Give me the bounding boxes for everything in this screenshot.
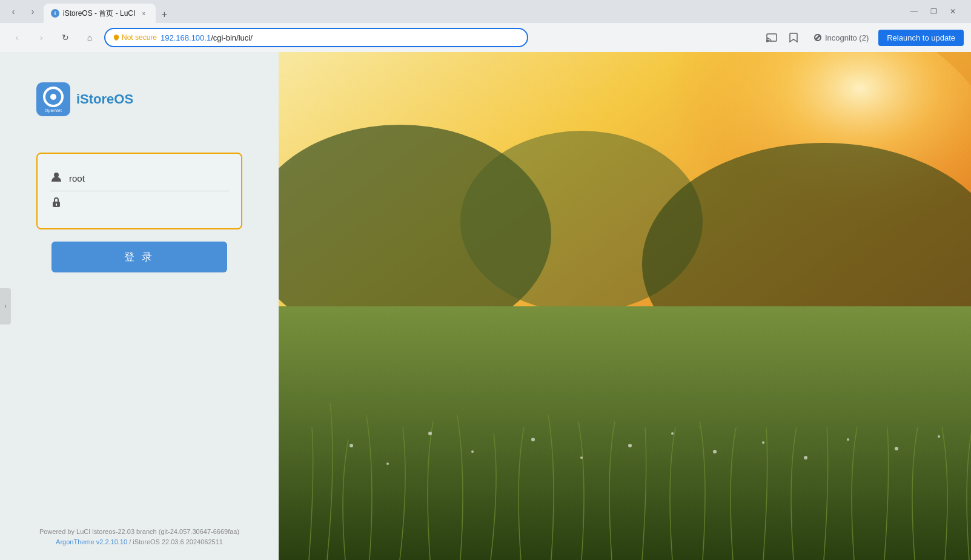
url-display: 192.168.100.1/cgi-bin/luci/ [161,33,520,42]
incognito-btn[interactable]: Incognito (2) [806,30,876,45]
username-field-row [50,166,229,191]
background-grass-svg [279,52,971,560]
svg-point-18 [628,444,632,447]
logo-circle-outer [43,87,64,107]
tab-close-btn[interactable]: × [139,8,148,18]
browser-window: ‹ › i iStoreOS - 首页 - LuCI × + — ❐ ✕ ‹ ›… [0,0,971,560]
background-photo [279,52,971,560]
logo-circle-inner [50,94,56,100]
address-bar: ‹ › ↻ ⌂ Not secure 192.168.100.1/cgi-bin… [0,23,971,52]
bookmark-btn[interactable] [784,28,803,47]
home-btn[interactable]: ⌂ [80,28,99,47]
active-tab[interactable]: i iStoreOS - 首页 - LuCI × [44,4,156,23]
security-label: Not secure [122,33,157,42]
svg-point-19 [671,432,674,435]
url-path: /cgi-bin/luci/ [211,33,253,42]
window-controls: — ❐ ✕ [906,3,966,20]
omnibox[interactable]: Not secure 192.168.100.1/cgi-bin/luci/ [104,28,528,47]
logo-area: OpenWrt iStoreOS [36,82,133,116]
incognito-label: Incognito (2) [825,33,869,42]
svg-point-12 [350,444,353,447]
footer-version: / iStoreOS 22.03.6 2024062511 [127,538,223,545]
sidebar-toggle[interactable]: ‹ [0,288,11,324]
username-input[interactable] [69,171,229,186]
svg-point-20 [713,450,717,453]
restore-btn[interactable]: ❐ [925,3,942,20]
footer-text: Powered by LuCI istoreos-22.03 branch (g… [0,527,279,548]
svg-rect-4 [56,203,57,206]
tab-favicon: i [51,9,59,18]
svg-point-23 [847,438,849,441]
svg-point-22 [804,456,807,460]
svg-point-17 [580,456,583,459]
password-field-row [50,191,229,216]
back-btn[interactable]: ‹ [7,28,27,47]
relaunch-btn[interactable]: Relaunch to update [878,30,964,46]
svg-point-13 [386,463,389,465]
footer-powered: Powered by LuCI istoreos-22.03 branch (g… [39,528,239,535]
tab-forward-btn[interactable]: › [24,3,41,20]
tab-group: i iStoreOS - 首页 - LuCI × + [44,0,903,23]
lock-icon [50,196,63,211]
url-host: 192.168.100.1 [161,33,211,42]
svg-point-25 [938,435,940,438]
tab-bar: ‹ › i iStoreOS - 首页 - LuCI × + — ❐ ✕ [0,0,971,23]
new-tab-btn[interactable]: + [156,6,173,23]
password-input[interactable] [69,196,229,211]
svg-point-2 [54,173,59,177]
logo-text: iStoreOS [76,91,133,107]
user-icon [50,171,63,186]
svg-point-21 [762,441,764,444]
sidebar-toggle-icon: ‹ [4,303,6,309]
svg-point-16 [531,438,535,441]
svg-point-24 [895,447,898,450]
toolbar-right: Incognito (2) Relaunch to update [762,28,964,47]
svg-rect-11 [279,306,971,560]
minimize-btn[interactable]: — [906,3,923,20]
security-indicator: Not secure [113,33,157,42]
openwrt-logo: OpenWrt [36,82,70,116]
logo-sub-label: OpenWrt [45,108,62,113]
forward-btn[interactable]: › [31,28,51,47]
cast-btn[interactable] [762,28,781,47]
svg-point-1 [766,41,767,42]
page-content: ‹ OpenWrt iStoreOS [0,52,971,560]
reload-btn[interactable]: ↻ [56,28,75,47]
login-panel: OpenWrt iStoreOS 登 录 [0,52,279,560]
login-submit-btn[interactable]: 登 录 [51,242,227,272]
svg-point-14 [428,432,432,435]
close-btn[interactable]: ✕ [944,3,961,20]
svg-point-15 [471,450,474,453]
login-form-box [36,153,242,229]
tab-back-btn[interactable]: ‹ [5,3,22,20]
footer-theme-link[interactable]: ArgonTheme v2.2.10.10 [56,538,127,545]
tab-title: iStoreOS - 首页 - LuCI [63,8,135,19]
